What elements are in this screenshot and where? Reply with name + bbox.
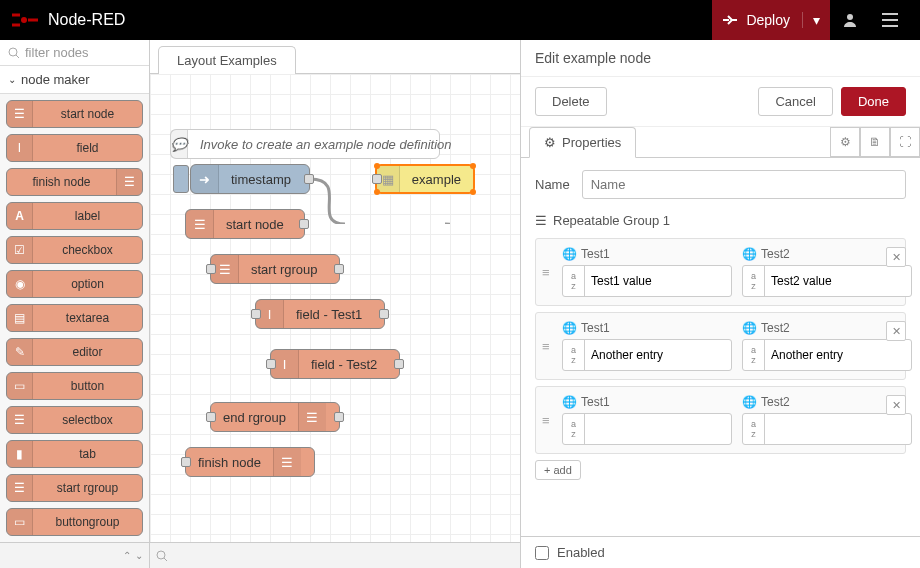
sidebar-footer: Enabled	[521, 536, 920, 568]
output-port[interactable]	[334, 264, 344, 274]
type-az-icon[interactable]: az	[743, 340, 765, 370]
search-icon[interactable]	[156, 550, 168, 562]
globe-icon: 🌐	[742, 395, 757, 409]
enabled-label: Enabled	[557, 545, 605, 560]
chevron-down-icon: ⌄	[8, 74, 16, 85]
end-rgroup-node[interactable]: end rgroup ☰	[210, 402, 340, 432]
output-port[interactable]	[394, 359, 404, 369]
start-rgroup-node[interactable]: ☰ start rgroup	[210, 254, 340, 284]
deploy-button[interactable]: Deploy ▾	[712, 0, 830, 40]
palette-node-tab[interactable]: ▮tab	[6, 440, 143, 468]
collapse-icon[interactable]: ⌃	[123, 550, 131, 561]
palette-node-start-node[interactable]: ☰start node	[6, 100, 143, 128]
done-button[interactable]: Done	[841, 87, 906, 116]
test1-input[interactable]	[585, 343, 731, 367]
field-test1-node[interactable]: I field - Test1	[255, 299, 385, 329]
delete-row-button[interactable]: ✕	[886, 395, 906, 415]
search-icon	[8, 47, 20, 59]
drag-handle-icon[interactable]: ≡	[542, 339, 550, 354]
inject-button[interactable]	[173, 165, 189, 193]
type-az-icon[interactable]: az	[563, 266, 585, 296]
deploy-caret-icon[interactable]: ▾	[802, 12, 820, 28]
enabled-checkbox[interactable]	[535, 546, 549, 560]
globe-icon: 🌐	[562, 395, 577, 409]
test2-input[interactable]	[765, 343, 911, 367]
list-icon: ☰	[7, 407, 33, 433]
globe-icon: 🌐	[562, 247, 577, 261]
bookmark-icon: ▮	[7, 441, 33, 467]
add-row-button[interactable]: + add	[535, 460, 581, 480]
radio-icon: ◉	[7, 271, 33, 297]
tab-layout-examples[interactable]: Layout Examples	[158, 46, 296, 74]
expand-icon[interactable]: ⌄	[135, 550, 143, 561]
cancel-button[interactable]: Cancel	[758, 87, 832, 116]
palette-node-field[interactable]: Ifield	[6, 134, 143, 162]
menu-icon[interactable]	[870, 0, 910, 40]
field-test2-node[interactable]: I field - Test2	[270, 349, 400, 379]
input-port[interactable]	[181, 457, 191, 467]
test1-input[interactable]	[585, 269, 731, 293]
input-port[interactable]	[206, 264, 216, 274]
settings-icon-button[interactable]: ⚙	[830, 127, 860, 157]
inject-node[interactable]: ➜ timestamp	[190, 164, 310, 194]
app-header: Node-RED Deploy ▾	[0, 0, 920, 40]
user-icon[interactable]	[830, 0, 870, 40]
palette-node-option[interactable]: ◉option	[6, 270, 143, 298]
type-az-icon[interactable]: az	[563, 414, 585, 444]
test1-input[interactable]	[585, 417, 731, 441]
comment-node[interactable]: 💬 Invoke to create an example node defin…	[170, 129, 440, 159]
info-icon-button[interactable]: 🗎	[860, 127, 890, 157]
palette-category-header[interactable]: ⌄ node maker	[0, 66, 149, 94]
palette-node-checkbox[interactable]: ☑checkbox	[6, 236, 143, 264]
list-icon: ☰	[186, 210, 214, 238]
list-icon: ☰	[273, 448, 301, 476]
category-label: node maker	[21, 72, 90, 87]
test2-input[interactable]	[765, 269, 911, 293]
globe-icon: 🌐	[562, 321, 577, 335]
drag-handle-icon[interactable]: ≡	[542, 265, 550, 280]
name-input[interactable]	[582, 170, 906, 199]
type-az-icon[interactable]: az	[743, 414, 765, 444]
check-icon: ☑	[7, 237, 33, 263]
palette-node-buttongroup[interactable]: ▭buttongroup	[6, 508, 143, 536]
gear-icon: ⚙	[544, 135, 556, 150]
palette-node-textarea[interactable]: ▤textarea	[6, 304, 143, 332]
palette-node-selectbox[interactable]: ☰selectbox	[6, 406, 143, 434]
palette-filter[interactable]: filter nodes	[0, 40, 149, 66]
sidebar-title: Edit example node	[521, 40, 920, 77]
type-az-icon[interactable]: az	[563, 340, 585, 370]
font-icon: A	[7, 203, 33, 229]
input-port[interactable]	[206, 412, 216, 422]
sidebar-tabs: ⚙ Properties ⚙ 🗎 ⛶	[521, 127, 920, 158]
palette-node-button[interactable]: ▭button	[6, 372, 143, 400]
example-node[interactable]: ▦ example	[375, 164, 475, 194]
palette-node-list: ☰start node Ifield finish node☰ Alabel ☑…	[0, 94, 149, 542]
finish-node[interactable]: finish node ☰	[185, 447, 315, 477]
workspace-tabs: Layout Examples	[150, 40, 520, 74]
input-port[interactable]	[372, 174, 382, 184]
palette-node-start-rgroup[interactable]: ☰start rgroup	[6, 474, 143, 502]
output-port[interactable]	[304, 174, 314, 184]
properties-tab[interactable]: ⚙ Properties	[529, 127, 636, 158]
start-node[interactable]: ☰ start node	[185, 209, 305, 239]
list-icon: ☰	[7, 101, 33, 127]
test2-input[interactable]	[765, 417, 911, 441]
output-port[interactable]	[334, 412, 344, 422]
delete-row-button[interactable]: ✕	[886, 247, 906, 267]
delete-row-button[interactable]: ✕	[886, 321, 906, 341]
deploy-icon	[722, 14, 738, 26]
palette-node-editor[interactable]: ✎editor	[6, 338, 143, 366]
flow-canvas[interactable]: 💬 Invoke to create an example node defin…	[150, 74, 520, 542]
input-port[interactable]	[251, 309, 261, 319]
output-port[interactable]	[299, 219, 309, 229]
delete-button[interactable]: Delete	[535, 87, 607, 116]
output-port[interactable]	[379, 309, 389, 319]
expand-icon-button[interactable]: ⛶	[890, 127, 920, 157]
globe-icon: 🌐	[742, 247, 757, 261]
palette-node-label[interactable]: Alabel	[6, 202, 143, 230]
drag-handle-icon[interactable]: ≡	[542, 413, 550, 428]
cursor-icon: I	[7, 135, 33, 161]
type-az-icon[interactable]: az	[743, 266, 765, 296]
palette-node-finish-node[interactable]: finish node☰	[6, 168, 143, 196]
input-port[interactable]	[266, 359, 276, 369]
